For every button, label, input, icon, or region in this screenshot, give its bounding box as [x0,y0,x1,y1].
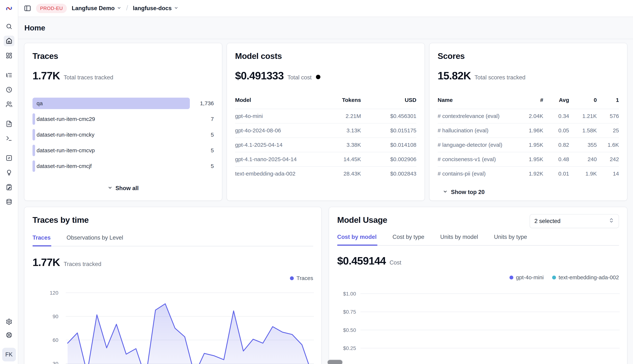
langfuse-logo[interactable] [0,0,18,17]
legend-label: Traces [296,275,313,281]
avatar[interactable]: FK [2,348,16,362]
table-cell: 14 [597,166,619,181]
traces-card: Traces 1.77K Total traces tracked qa1,73… [24,43,222,201]
legend-item[interactable]: text-embedding-ada-002 [552,274,619,280]
sidebar-item-support[interactable] [4,330,15,340]
legend-item[interactable]: gpt-4o-mini [509,274,544,280]
search-icon [6,23,12,30]
sidebar-item-dashboards[interactable] [4,50,15,61]
chevron-down-icon [174,5,178,12]
legend-dot-icon [509,276,513,280]
sidebar-item-sessions[interactable] [4,84,15,95]
lightbulb-icon [6,169,12,176]
model-costs-total-label: Total cost [287,74,312,81]
tab-observations-by-level[interactable]: Observations by Level [67,234,124,246]
table-cell: $0.015175 [361,123,416,138]
table-cell: 1.6K [597,138,619,152]
sidebar-item-tracing[interactable] [4,70,15,80]
traces-tracked-stat: 1.77K [33,256,60,268]
sidebar-item-home[interactable] [4,36,15,46]
trace-bar [33,129,35,140]
sidebar-item-playground[interactable] [4,133,15,144]
tab-cost-by-model[interactable]: Cost by model [337,234,377,245]
table-cell: gpt-4.1-nano-2025-04-14 [235,152,313,166]
svg-text:60: 60 [53,337,58,343]
sidebar-item-evaluators[interactable] [4,153,15,163]
sidebar-item-datasets[interactable] [4,182,15,192]
sidebar-item-exports[interactable] [4,196,15,207]
chevron-down-icon [108,185,113,190]
trace-count: 7 [190,116,214,122]
org-switcher[interactable]: Langfuse Demo [72,5,121,12]
model-costs-total: $0.491333 [235,70,284,82]
column-header: 1 [597,97,619,109]
chevrons-up-down-icon [609,218,614,223]
table-cell: 28.43K [313,166,361,181]
table-cell: 0.82 [543,138,569,152]
trace-label: dataset-run-item-cmc29 [37,113,95,125]
table-cell: 1.21K [569,109,597,123]
traces-by-time-chart: 120906030 [33,285,313,364]
table-row: # hallucination (eval)1.96K0.051.58K25 [438,123,619,138]
scores-table: Name#Avg01# contextrelevance (eval)2.04K… [438,97,619,181]
table-cell: 1.9K [569,166,597,181]
environment-badge: PROD-EU [36,4,67,13]
page-title: Home [24,24,45,32]
clock-icon [6,86,12,93]
table-cell: # hallucination (eval) [438,123,519,138]
traces-list: qa1,736dataset-run-item-cmc297dataset-ru… [33,98,214,176]
life-buoy-icon [6,332,12,338]
trace-label: dataset-run-item-cmcky [37,129,94,140]
model-usage-chart: $0.25$0.50$0.75$1.00 [337,284,619,364]
usage-cost-stat: $0.459144 [337,254,386,267]
legend-label: text-embedding-ada-002 [558,274,619,280]
legend-item[interactable]: Traces [290,275,313,281]
table-cell: 3.38K [313,138,361,152]
column-header: 0 [569,97,597,109]
project-switcher[interactable]: langfuse-docs [133,5,178,12]
svg-text:90: 90 [53,314,58,319]
sidebar-toggle-button[interactable] [24,4,31,12]
trace-label: dataset-run-item-cmcjf [37,160,92,172]
database-icon [6,198,12,205]
sidebar-item-search[interactable] [4,21,15,32]
tab-cost-by-type[interactable]: Cost by type [393,234,425,245]
svg-text:120: 120 [50,290,58,296]
sidebar-item-annotation[interactable] [4,167,15,178]
table-cell: # contains-pii (eval) [438,166,519,181]
file-code-icon [6,120,12,127]
model-costs-title: Model costs [235,51,416,61]
breadcrumb-divider: / [126,4,128,12]
langfuse-logo-icon [6,5,13,12]
chevrons-up-down-icon [609,218,614,225]
model-usage-card: Model Usage 2 selected Cost by modelCost… [329,207,627,364]
table-cell: 2.04K [519,109,543,123]
sidebar-item-users[interactable] [4,99,15,110]
clipboard-pen-icon [6,184,12,190]
model-select-dropdown[interactable]: 2 selected [530,214,619,228]
trace-label: qa [37,98,43,109]
column-header: Avg [543,97,569,109]
scrollbar-thumb[interactable] [327,359,343,364]
app-root: FK PROD-EU Langfuse Demo / langfuse-docs… [0,0,633,364]
sidebar-item-prompts[interactable] [4,118,15,129]
table-cell: # language-detector (eval) [438,138,519,152]
table-cell: 576 [597,109,619,123]
model-usage-legend: gpt-4o-minitext-embedding-ada-002 [337,274,619,280]
legend-dot-icon [290,276,294,280]
show-all-button[interactable]: Show all [108,185,139,192]
info-icon[interactable] [315,74,321,80]
show-top-20-button[interactable]: Show top 20 [443,189,485,196]
sidebar-item-settings[interactable] [4,316,15,327]
trace-bar [33,145,35,156]
trace-bar [33,160,35,172]
tab-traces[interactable]: Traces [33,234,51,246]
table-cell: 3.13K [313,123,361,138]
tab-units-by-type[interactable]: Units by type [494,234,528,245]
chevron-down-icon [108,185,113,192]
tab-units-by-model[interactable]: Units by model [440,234,479,245]
scores-total-label: Total scores tracked [475,74,525,81]
trace-bar-row: dataset-run-item-cmc297 [33,113,214,125]
page-header: Home [18,17,633,39]
table-row: gpt-4o-mini2.21M$0.456301 [235,109,416,123]
